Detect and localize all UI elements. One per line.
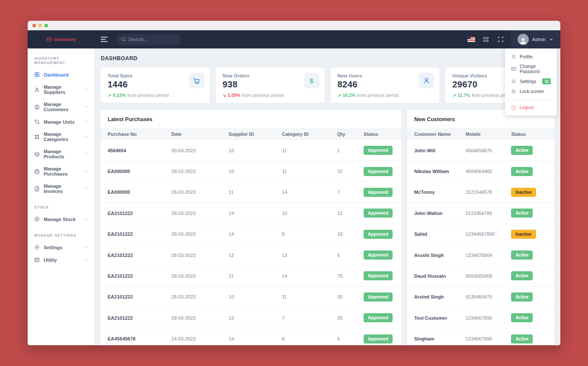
sidebar-item-manage-products[interactable]: Manage Products xyxy=(28,145,94,163)
table-cell: Active xyxy=(504,266,554,286)
table-cell: 8 xyxy=(275,224,330,244)
table-cell: 12344567890 xyxy=(459,224,504,244)
table-cell: 4564654 xyxy=(101,140,164,161)
sidebar-item-label: Dashboard xyxy=(44,72,68,77)
table-row: EA210122228-03-202313725Approved xyxy=(101,308,401,328)
menu-item-logout[interactable]: Logout xyxy=(505,103,557,112)
menu-divider xyxy=(505,99,557,100)
sidebar-item-settings[interactable]: Settings xyxy=(28,241,94,254)
stat-card-new-orders: New Orders938↘ 1.09%from previous period… xyxy=(216,67,325,103)
chevron-down-icon xyxy=(84,152,88,156)
table-cell: 14 xyxy=(222,328,275,345)
language-flag-button[interactable] xyxy=(464,30,479,48)
table-cell: 0123456789 xyxy=(459,203,504,224)
status-badge: Approved xyxy=(364,271,393,280)
table-cell: 5 xyxy=(330,244,357,265)
table-cell: Approved xyxy=(357,224,401,244)
sidebar-item-manage-purchases[interactable]: Manage Purchases xyxy=(28,163,94,180)
status-badge: Approved xyxy=(364,209,393,218)
menu-item-change-password[interactable]: Change Password xyxy=(505,61,557,76)
user-name: Admin xyxy=(532,37,546,42)
stat-delta: ↘ 1.09% xyxy=(223,93,241,98)
app-logo[interactable]: Inventory xyxy=(28,36,95,42)
status-badge: Approved xyxy=(364,292,393,302)
sidebar-item-dashboard[interactable]: Dashboard xyxy=(28,68,94,81)
sidebar-item-utility[interactable]: Utility xyxy=(28,254,94,266)
table-cell: 12 xyxy=(222,244,275,265)
table-cell: Singham xyxy=(407,328,459,345)
table-cell: Active xyxy=(504,328,554,345)
table-cell: 12 xyxy=(330,203,357,224)
stat-subtext: ↘ 1.09%from previous period xyxy=(223,93,318,98)
menu-item-profile[interactable]: Profile xyxy=(505,52,557,61)
table-cell: 7 xyxy=(275,308,330,328)
table-cell: Active xyxy=(504,244,554,265)
menu-item-label: Profile xyxy=(520,54,533,59)
status-badge: Approved xyxy=(364,230,393,239)
table-cell: EA000000 xyxy=(101,182,164,202)
column-header-supplier-id: Supplier ID xyxy=(222,128,275,140)
table-cell: Inactive xyxy=(504,224,554,244)
us-flag-icon xyxy=(467,37,475,42)
chevron-down-icon xyxy=(84,119,88,125)
chevron-down-icon xyxy=(84,245,88,249)
stat-label: New Orders xyxy=(223,73,318,78)
sidebar-item-manage-invoices[interactable]: Manage Invoices xyxy=(28,180,94,197)
status-badge: Inactive xyxy=(511,230,536,239)
top-navbar: Inventory Admin xyxy=(28,30,560,48)
search-icon xyxy=(121,37,126,42)
table-cell: 4564564465 xyxy=(459,161,504,182)
chevron-down-icon xyxy=(84,134,88,139)
table-cell: EA45645678 xyxy=(101,328,164,345)
minimize-window-button[interactable] xyxy=(38,24,42,27)
sidebar-item-manage-stock[interactable]: Manage Stock xyxy=(28,213,94,225)
table-cell: Approved xyxy=(357,182,401,202)
table-cell: EA000000 xyxy=(101,161,164,182)
search-box xyxy=(116,34,181,45)
sidebar-item-manage-units[interactable]: Manage Units xyxy=(28,116,94,128)
table-row: McTonny3121546578Inactive xyxy=(407,182,554,202)
fullscreen-button[interactable] xyxy=(493,30,508,48)
table-cell: EA2101222 xyxy=(101,266,164,286)
menu-toggle-icon[interactable] xyxy=(101,37,109,42)
sidebar: INVENTORY MANAGEMENTDashboardManage Supp… xyxy=(28,48,95,345)
sidebar-item-manage-categories[interactable]: Manage Categories xyxy=(28,128,94,145)
table-cell: Active xyxy=(504,286,554,307)
chevron-down-icon xyxy=(84,186,88,191)
sidebar-item-manage-suppliers[interactable]: Manage Suppliers xyxy=(28,81,94,98)
maximize-window-button[interactable] xyxy=(45,24,48,27)
status-badge: Approved xyxy=(364,250,393,260)
person-icon xyxy=(423,77,430,84)
table-cell: Approved xyxy=(357,244,401,265)
status-badge: Active xyxy=(511,271,533,280)
table-cell: 10 xyxy=(222,140,275,161)
stat-label: Total Sales xyxy=(108,73,203,78)
power-icon xyxy=(511,105,516,110)
products-icon xyxy=(34,151,40,157)
customer-icon xyxy=(34,104,40,110)
table-cell: 24-03-2023 xyxy=(164,328,222,345)
column-header-customer-name: Customer Name xyxy=(407,128,459,140)
menu-item-settings[interactable]: Settings11 xyxy=(505,76,557,87)
table-row: EA210122228-03-2023111475Approved xyxy=(101,266,401,286)
sidebar-item-manage-customers[interactable]: Manage Customers xyxy=(28,98,94,116)
apps-grid-button[interactable] xyxy=(479,30,493,48)
table-row: Singham1234567890Active xyxy=(407,328,554,345)
table-cell: 1 xyxy=(330,140,357,161)
stat-icon-box: $ xyxy=(304,73,320,88)
table-cell: Active xyxy=(504,308,554,328)
status-badge: Active xyxy=(511,292,533,302)
browser-titlebar xyxy=(28,21,560,30)
menu-item-label: Lock screen xyxy=(520,89,544,94)
chevron-down-icon xyxy=(84,135,88,138)
menu-item-lock-screen[interactable]: Lock screen xyxy=(505,87,557,96)
search-input[interactable] xyxy=(128,37,177,42)
table-cell: Arushi Singh xyxy=(407,244,459,265)
user-menu-button[interactable]: Admin xyxy=(511,30,560,48)
table-row: Arvind Singh9135465475Active xyxy=(407,286,554,307)
table-cell: 4564658875 xyxy=(459,140,504,161)
sidebar-section-title: STOCK xyxy=(28,197,94,213)
close-window-button[interactable] xyxy=(32,24,36,27)
table-cell: 11 xyxy=(275,161,330,182)
apps-grid-icon xyxy=(483,36,489,43)
